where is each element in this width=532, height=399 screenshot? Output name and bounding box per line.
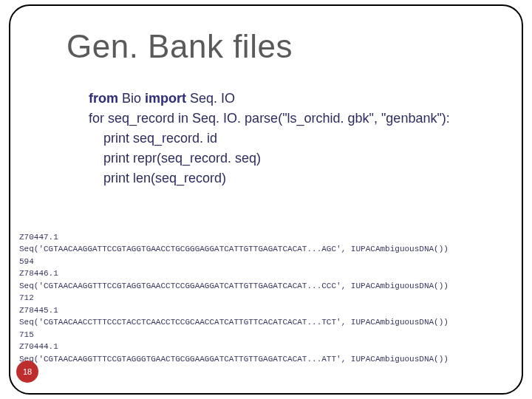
output-seq: Seq('CGTAACAAGGATTCCGTAGGTGAACCTGCGGGAGG… [19,245,449,253]
output-seq: Seq('CGTAACAAGGTTTCCGTAGGTGAACCTCCGGAAGG… [19,282,449,290]
code-text: Seq. IO [186,91,235,106]
code-line-4: print repr(seq_record. seq) [89,149,450,168]
code-line-3: print seq_record. id [89,129,450,149]
output-id: Z78446.1 [19,269,58,278]
output-id: Z70444.1 [19,342,58,351]
keyword-import: import [145,91,186,106]
output-seq: Seq('CGTAACAACCTTTCCCTACCTCAACCTCCGCAACC… [19,318,449,327]
output-block: Z70447.1 Seq('CGTAACAAGGATTCCGTAGGTGAACC… [19,219,513,389]
output-id: Z70447.1 [19,233,58,242]
slide-title: Gen. Bank files [66,28,293,65]
output-len: 715 [19,330,34,339]
output-id: Z78445.1 [19,306,58,315]
output-len: 594 [19,257,34,266]
code-block: from Bio import Seq. IO for seq_record i… [89,89,450,188]
page-number: 18 [23,367,32,376]
slide: Gen. Bank files from Bio import Seq. IO … [0,0,532,399]
output-len: 712 [19,293,34,302]
output-seq: Seq('CGTAACAAGGTTTCCGTAGGGTGAACTGCGGAAGG… [19,355,449,364]
code-line-1: from Bio import Seq. IO [89,89,450,109]
code-line-5: print len(seq_record) [89,168,450,188]
code-text: Bio [118,91,145,106]
code-line-2: for seq_record in Seq. IO. parse("ls_orc… [89,109,450,129]
keyword-from: from [89,91,118,106]
page-number-badge: 18 [16,361,38,383]
